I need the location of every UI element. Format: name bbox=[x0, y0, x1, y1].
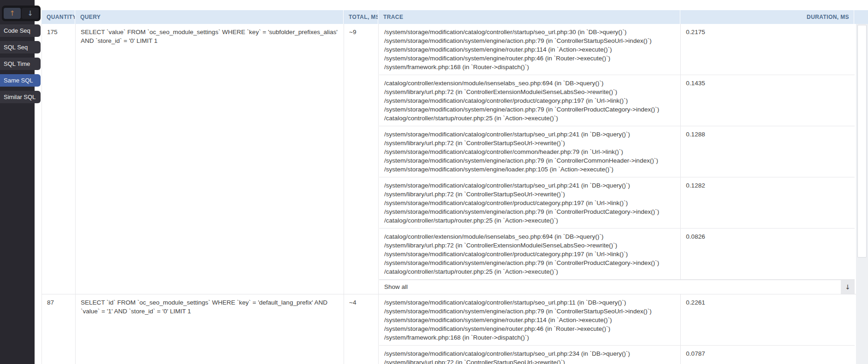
column-header-quantity: QUANTITY bbox=[42, 10, 75, 24]
column-header-trace: TRACE bbox=[378, 10, 680, 24]
scrollbar-thumb[interactable] bbox=[857, 25, 867, 258]
trace-line: /system/storage/modification/catalog/con… bbox=[384, 250, 676, 258]
trace-line: /system/library/url.php:72 (in `Controll… bbox=[384, 139, 676, 147]
duration-ms-value: 0.0826 bbox=[681, 229, 855, 279]
show-all-link[interactable]: Show all bbox=[379, 280, 841, 294]
trace-line: /system/library/url.php:72 (in `Controll… bbox=[384, 190, 676, 199]
sort-descending-button[interactable]: ↓ bbox=[22, 8, 39, 19]
query-text: SELECT `value` FROM `oc_seo_module_setti… bbox=[76, 24, 344, 294]
column-header-query: QUERY bbox=[75, 10, 344, 24]
trace-group: /system/storage/modification/catalog/con… bbox=[379, 346, 855, 364]
trace-line: /catalog/controller/extension/module/ise… bbox=[384, 232, 676, 241]
sidebar-item-similar-sql[interactable]: Similar SQL bbox=[0, 91, 41, 103]
trace-line: /system/storage/modification/system/engi… bbox=[384, 156, 676, 165]
trace-line: /system/storage/modification/catalog/con… bbox=[384, 349, 676, 358]
trace-line: /catalog/controller/startup/router.php:2… bbox=[384, 216, 676, 225]
duration-ms-value: 0.0787 bbox=[681, 346, 855, 364]
trace-lines: /system/storage/modification/catalog/con… bbox=[379, 294, 681, 345]
trace-line: /system/storage/modification/system/engi… bbox=[384, 258, 676, 267]
duration-ms-value: 0.2261 bbox=[681, 294, 855, 345]
trace-line: /system/library/url.php:72 (in `Controll… bbox=[384, 88, 676, 96]
sidebar: ↑ ↓ Code SeqSQL SeqSQL TimeSame SQLSimil… bbox=[0, 0, 35, 364]
trace-lines: /system/storage/modification/catalog/con… bbox=[379, 177, 681, 228]
trace-line: /system/framework.php:168 (in `Router->d… bbox=[384, 333, 676, 342]
trace-line: /system/library/url.php:72 (in `Controll… bbox=[384, 241, 676, 250]
sidebar-menu: Code SeqSQL SeqSQL TimeSame SQLSimilar S… bbox=[0, 24, 41, 107]
vertical-scrollbar[interactable] bbox=[856, 24, 868, 364]
trace-group: /system/storage/modification/catalog/con… bbox=[379, 24, 855, 75]
query-text: SELECT `id` FROM `oc_seo_module_settings… bbox=[76, 294, 344, 364]
trace-line: /catalog/controller/startup/router.php:2… bbox=[384, 114, 676, 123]
trace-group: /system/storage/modification/catalog/con… bbox=[379, 126, 855, 177]
duration-ms-value: 0.1282 bbox=[681, 177, 855, 228]
trace-group: /catalog/controller/extension/module/ise… bbox=[379, 229, 855, 280]
sidebar-item-same-sql[interactable]: Same SQL bbox=[0, 74, 41, 87]
trace-line: /system/storage/modification/system/engi… bbox=[384, 207, 676, 216]
trace-line: /system/storage/modification/catalog/con… bbox=[384, 298, 676, 307]
table-body: 175SELECT `value` FROM `oc_seo_module_se… bbox=[42, 24, 868, 364]
table-row: 87SELECT `id` FROM `oc_seo_module_settin… bbox=[42, 294, 868, 364]
trace-lines: /catalog/controller/extension/module/ise… bbox=[379, 75, 681, 126]
arrow-up-icon: ↑ bbox=[9, 9, 15, 18]
quantity-value: 175 bbox=[42, 24, 76, 294]
table-row: 175SELECT `value` FROM `oc_seo_module_se… bbox=[42, 24, 868, 294]
trace-lines: /catalog/controller/extension/module/ise… bbox=[379, 229, 681, 279]
column-header-filler bbox=[854, 10, 868, 24]
trace-column: /system/storage/modification/catalog/con… bbox=[379, 294, 855, 364]
trace-line: /system/storage/modification/system/engi… bbox=[384, 54, 676, 63]
trace-line: /catalog/controller/extension/module/ise… bbox=[384, 79, 676, 88]
total-ms-value: ~9 bbox=[344, 24, 379, 294]
trace-column: /system/storage/modification/catalog/con… bbox=[379, 24, 855, 294]
trace-line: /system/storage/modification/catalog/con… bbox=[384, 199, 676, 207]
trace-line: /system/storage/modification/system/engi… bbox=[384, 105, 676, 114]
trace-line: /system/storage/modification/catalog/con… bbox=[384, 28, 676, 36]
sidebar-item-sql-time[interactable]: SQL Time bbox=[0, 58, 41, 70]
arrow-down-icon: ↓ bbox=[27, 9, 33, 18]
trace-line: /system/storage/modification/system/engi… bbox=[384, 324, 676, 333]
trace-line: /system/storage/modification/system/engi… bbox=[384, 165, 676, 174]
trace-line: /system/framework.php:168 (in `Router->d… bbox=[384, 63, 676, 71]
trace-lines: /system/storage/modification/catalog/con… bbox=[379, 126, 681, 177]
sort-order-widget: ↑ ↓ bbox=[2, 6, 41, 21]
trace-line: /system/library/url.php:72 (in `Controll… bbox=[384, 358, 676, 364]
trace-line: /system/storage/modification/catalog/con… bbox=[384, 181, 676, 190]
trace-line: /system/storage/modification/catalog/con… bbox=[384, 96, 676, 105]
total-ms-value: ~4 bbox=[344, 294, 379, 364]
trace-line: /system/storage/modification/catalog/con… bbox=[384, 130, 676, 139]
trace-line: /system/storage/modification/system/engi… bbox=[384, 36, 676, 45]
trace-group: /catalog/controller/extension/module/ise… bbox=[379, 75, 855, 126]
trace-lines: /system/storage/modification/catalog/con… bbox=[379, 346, 681, 364]
show-all-row: Show all↓ bbox=[379, 280, 855, 294]
trace-line: /system/storage/modification/system/engi… bbox=[384, 307, 676, 316]
column-header-duration-ms: DURATION, MS bbox=[680, 10, 854, 24]
trace-group: /system/storage/modification/catalog/con… bbox=[379, 177, 855, 229]
trace-group: /system/storage/modification/catalog/con… bbox=[379, 294, 855, 346]
quantity-value: 87 bbox=[42, 294, 76, 364]
expand-down-button[interactable]: ↓ bbox=[841, 280, 855, 294]
trace-line: /system/storage/modification/system/engi… bbox=[384, 45, 676, 54]
trace-line: /catalog/controller/startup/router.php:2… bbox=[384, 267, 676, 276]
duration-ms-value: 0.1288 bbox=[681, 126, 855, 177]
column-header-total-ms: TOTAL, MS bbox=[344, 10, 378, 24]
table-header-row: QUANTITYQUERYTOTAL, MSTRACEDURATION, MS bbox=[42, 10, 868, 24]
sidebar-item-code-seq[interactable]: Code Seq bbox=[0, 24, 41, 37]
duration-ms-value: 0.2175 bbox=[681, 24, 855, 75]
trace-lines: /system/storage/modification/catalog/con… bbox=[379, 24, 681, 75]
sql-profiler-table: QUANTITYQUERYTOTAL, MSTRACEDURATION, MS … bbox=[42, 10, 868, 364]
duration-ms-value: 0.1435 bbox=[681, 75, 855, 126]
trace-line: /system/storage/modification/catalog/con… bbox=[384, 147, 676, 156]
trace-line: /system/storage/modification/system/engi… bbox=[384, 316, 676, 324]
sidebar-item-sql-seq[interactable]: SQL Seq bbox=[0, 41, 41, 53]
sort-ascending-button[interactable]: ↑ bbox=[4, 8, 21, 19]
